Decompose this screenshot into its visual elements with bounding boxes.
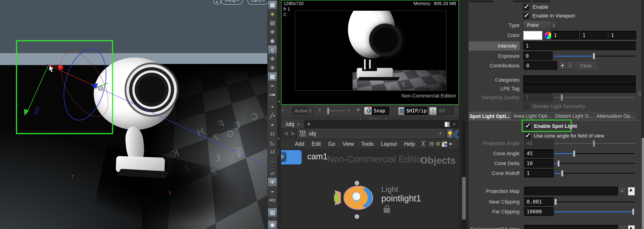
vertical-divider[interactable] [459,0,468,229]
camera-node-icon[interactable] [281,150,302,165]
file-chooser-icon[interactable] [628,225,635,229]
pane-menu-icon[interactable]: ▼ [282,109,284,112]
render-gain-handle[interactable] [327,108,329,114]
use-cone-angle-checkbox[interactable]: ✓ [524,133,531,139]
light-node-name[interactable]: pointlight1 [381,194,421,203]
network-path-field[interactable]: obj ▼ [298,129,445,138]
exposure-slider[interactable] [554,53,635,60]
prim-numbers-icon[interactable]: 12 [268,148,277,156]
near-clipping-slider[interactable] [554,198,635,205]
normal-lighting-icon[interactable]: ϙ [268,46,277,54]
construction-plane-icon[interactable]: ▦ [268,1,277,9]
splitter-grip[interactable]: ⠿⠿⠿⠿⠿ [369,117,380,120]
light-axis-red[interactable] [48,65,96,87]
list-view-icon[interactable]: ≣ [436,141,440,147]
menu-overflow-icon[interactable]: ▶ [450,142,452,146]
type-spinner-icon[interactable]: ▲▼ [551,21,557,30]
pin-network-icon[interactable] [447,129,453,138]
headlight-only-icon[interactable]: ◉ [268,37,277,45]
intensity-field[interactable]: 1 [523,41,636,50]
spinner-icon[interactable]: ▲▼ [308,107,312,114]
cone-rolloff-slider[interactable] [554,170,635,177]
tools-icon[interactable]: ╳ [422,141,425,147]
camera-handle-icon[interactable]: ◉ [268,221,277,229]
light-axis-green[interactable] [26,65,48,114]
menu-go[interactable]: Go [328,141,335,147]
contributions-field[interactable]: 0 [524,61,557,70]
render-mode-select[interactable]: Active... ▲▼ [292,107,313,115]
forward-icon[interactable]: ▶ [291,130,296,137]
collapse-right-icon[interactable]: ▶ [278,137,280,140]
zoom-out-button[interactable]: − [347,107,350,114]
cone-delta-slider[interactable] [554,160,635,167]
pane-layout-arrow-icon[interactable]: ▼ [452,122,456,126]
high-quality-lighting-icon[interactable]: ⊕ [268,55,277,63]
snapshot-button[interactable]: ▸ [214,0,221,4]
mplay-icon[interactable]: ∨∨ [429,107,436,115]
parameters-scrollbar[interactable] [641,0,644,229]
add-contribution-button[interactable]: + [559,62,566,69]
near-clipping-field[interactable]: 0.001 [524,197,554,206]
zoom-in-button[interactable]: + [356,106,360,114]
lighting-shadows-icon[interactable]: ⊕ [268,64,277,72]
background-image-icon[interactable]: ▨ [268,208,277,216]
lpe-tag-field[interactable] [523,84,636,93]
snap-field[interactable]: Snap [372,107,389,115]
camera-node-name[interactable]: cam1 [307,152,328,161]
color-b-field[interactable]: 1 [608,31,636,40]
back-icon[interactable]: ◀ [284,130,288,137]
clear-button[interactable]: Clear [574,61,598,70]
vertex-markers-icon[interactable]: ◒ [268,187,277,195]
light-pivot-sphere[interactable] [58,65,63,70]
horizontal-splitter[interactable]: ▲ ⠿⠿⠿⠿⠿ ▼ [281,117,459,120]
rotate-ring-red[interactable] [51,44,118,124]
tree-view-icon[interactable]: ⊟ [430,141,434,147]
manipulator-center[interactable] [98,86,103,91]
projection-map-field[interactable] [524,187,618,195]
output-path-field[interactable]: $HIP/ip [404,107,427,115]
profile-curve-icon[interactable]: ⌒ [268,160,277,168]
text-overlay-icon[interactable]: abc [268,196,277,204]
cone-angle-field[interactable]: 45 [524,149,554,158]
color-wheel-icon[interactable] [545,32,552,39]
enable-spot-light-checkbox[interactable]: ✓ [524,123,531,129]
cone-delta-field[interactable]: 10 [524,159,554,168]
disable-lighting-icon[interactable]: ⊗ [268,28,277,36]
tab-spot-light-options[interactable]: Spot Light Opti... [468,112,511,120]
hull-display-icon[interactable]: ▱ [268,169,277,177]
light-node-icon[interactable] [334,186,380,216]
prim-normals-icon[interactable]: ◺ [268,139,277,147]
menu-tools[interactable]: Tools [361,141,374,147]
panel-grip[interactable]: ⣿⣿⣿⣿⣿⣿ [638,92,641,96]
visualizers-icon[interactable]: ∞ [268,81,277,90]
color-r-field[interactable]: 1 [551,31,579,40]
node-input-connector[interactable] [354,181,359,185]
environment-map-field[interactable] [524,225,618,229]
reference-plane-icon[interactable]: ◈ [268,10,277,18]
menu-view[interactable]: View [342,141,354,147]
tab-obj[interactable]: /obj x [281,120,304,128]
point-marker-icon[interactable]: ⌖ [268,121,277,129]
categories-field[interactable] [523,75,636,84]
enable-viewport-checkbox[interactable]: ✓ [523,13,530,19]
fps-field[interactable]: 60 [437,107,454,115]
parameter-tab-stubs[interactable] [468,0,641,3]
active-visualizer-icon[interactable]: ∞▸ [268,90,277,99]
scene-viewport[interactable]: HGS7L4KJ2FEC 7 x ▸ [0,0,267,229]
network-scrollbar-thumb[interactable] [462,177,466,219]
menu-help[interactable]: Help [404,141,415,147]
color-g-field[interactable]: 1 [580,31,608,40]
projection-map-dropdown-icon[interactable]: ▼ [618,187,626,195]
point-numbers-icon[interactable]: 12 [268,130,277,138]
camera-menu-button[interactable]: cam1 ▾ [248,0,267,5]
follow-focus-icon[interactable] [454,130,459,138]
pane-layout-icon[interactable] [445,122,450,127]
collapse-left-icon[interactable]: ◀ [278,100,280,103]
node-output-connector[interactable] [354,214,359,219]
new-tab-button[interactable]: + [307,120,310,128]
display-normals-icon[interactable]: Ψ [268,178,277,186]
path-dropdown-icon[interactable]: ▼ [438,131,442,136]
point-trail-icon[interactable]: ╱• [268,112,277,120]
color-swatch[interactable] [523,31,542,40]
clear-render-button[interactable]: x [318,107,321,113]
